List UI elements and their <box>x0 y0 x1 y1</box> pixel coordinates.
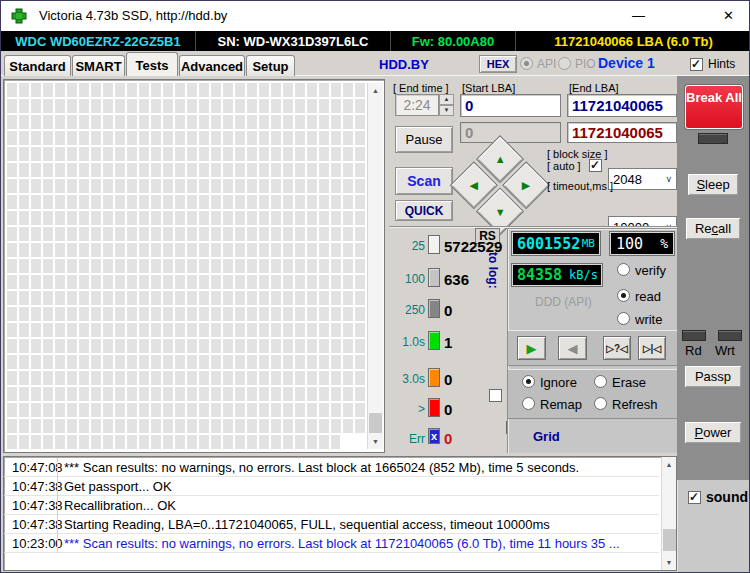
tab-setup[interactable]: Setup <box>246 55 295 76</box>
scroll-down-icon[interactable]: ▼ <box>368 434 383 449</box>
scrollbar-thumb[interactable] <box>663 529 676 551</box>
stat-block-3s <box>428 368 440 387</box>
stat-label-1s: 1.0s <box>395 335 425 349</box>
percent-display: 100 % <box>609 231 675 256</box>
site-link[interactable]: HDD.BY <box>379 57 429 72</box>
log-time: 10:23:00 <box>12 536 63 551</box>
log-message: Get passport... OK <box>64 479 172 494</box>
mb-display: 6001552 MB <box>511 231 601 256</box>
app-icon <box>11 8 27 24</box>
log-row[interactable]: 10:47:38 Starting Reading, LBA=0..117210… <box>4 515 659 534</box>
log-row[interactable]: 10:47:38 Recallibration... OK <box>4 496 659 515</box>
percent-unit: % <box>660 236 668 251</box>
passport-button[interactable]: Passp <box>684 365 742 388</box>
ignore-radio-label: Ignore <box>540 375 577 390</box>
tab-tests[interactable]: Tests <box>126 52 178 76</box>
close-button[interactable]: ✕ <box>706 1 750 31</box>
hints-label: Hints <box>708 57 735 71</box>
pause-button[interactable]: Pause <box>395 126 453 153</box>
power-button-label: Power <box>695 425 732 440</box>
read-led <box>682 330 706 341</box>
scroll-up-icon[interactable]: ▲ <box>368 83 383 98</box>
read-radio-label: read <box>635 289 661 304</box>
to-log-label: to log: <box>486 252 500 289</box>
log-row[interactable]: 10:47:38 Get passport... OK <box>4 477 659 496</box>
stat-label-25: 25 <box>395 239 425 253</box>
tab-advanced[interactable]: Advanced <box>179 55 245 76</box>
speed-unit: kB/s <box>569 268 598 282</box>
back-button[interactable]: ◀ <box>558 336 587 360</box>
busy-led <box>698 133 728 144</box>
quick-button[interactable]: QUICK <box>395 200 453 221</box>
speed-value: 84358 <box>517 266 562 284</box>
hints-checkbox[interactable] <box>690 58 703 71</box>
seek-question-button[interactable]: ▷?◁ <box>603 336 631 360</box>
block-size-value: 2048 <box>613 172 642 187</box>
mb-unit: MB <box>582 237 595 250</box>
end-time-value: 2:24 <box>395 94 439 116</box>
log-row[interactable]: 10:47:08 *** Scan results: no warnings, … <box>4 458 659 477</box>
ddd-label: DDD (API) <box>535 295 592 309</box>
maximize-button <box>661 1 706 31</box>
write-radio[interactable] <box>617 312 630 325</box>
log-row[interactable]: 10:23:00 *** Scan results: no warnings, … <box>4 534 659 553</box>
drive-firmware: Fw: 80.00A80 <box>391 31 516 51</box>
log-message: *** Scan results: no warnings, no errors… <box>64 460 579 475</box>
scan-button[interactable]: Scan <box>395 167 453 195</box>
log-time: 10:47:38 <box>12 479 63 494</box>
pio-radio[interactable] <box>558 57 571 70</box>
spin-up-icon[interactable]: ▲ <box>439 94 454 105</box>
api-radio[interactable] <box>520 57 533 70</box>
ignore-radio[interactable] <box>522 375 535 388</box>
seek-end-button[interactable]: ▷|◁ <box>638 336 666 360</box>
end-lba-input[interactable]: 11721040065 <box>567 94 677 117</box>
spin-down-icon[interactable]: ▼ <box>439 105 454 116</box>
sound-checkbox[interactable] <box>688 491 701 504</box>
scan-map-scrollbar[interactable]: ▲ ▼ <box>367 83 383 449</box>
end-lba-label: [End LBA] <box>569 82 619 94</box>
log-checkbox-250[interactable] <box>489 389 502 402</box>
refresh-radio[interactable] <box>594 397 607 410</box>
write-led <box>718 330 742 341</box>
stat-block-1s <box>428 331 440 350</box>
tab-standard[interactable]: Standard <box>4 55 71 76</box>
stat-label-err: Err <box>395 432 425 446</box>
percent-value: 100 <box>616 235 643 253</box>
stat-value-250: 0 <box>444 302 452 319</box>
start-lba-input[interactable]: 0 <box>460 94 561 117</box>
verify-radio[interactable] <box>617 263 630 276</box>
break-all-button[interactable]: Break All <box>685 85 743 129</box>
play-button[interactable]: ▶ <box>517 336 546 360</box>
end-time-spinner[interactable]: ▲▼ <box>439 94 454 116</box>
device-label[interactable]: Device 1 <box>598 55 655 71</box>
title-bar: Victoria 4.73b SSD, http://hdd.by — ✕ <box>1 1 749 31</box>
block-size-select[interactable]: 2048∨ <box>608 168 677 190</box>
recall-button[interactable]: Recall <box>685 217 741 240</box>
scrollbar-thumb[interactable] <box>369 413 382 433</box>
scroll-up-icon[interactable]: ▲ <box>662 457 676 472</box>
log-scrollbar[interactable]: ▲ ▼ <box>661 457 676 570</box>
scan-map-grid[interactable] <box>7 83 366 449</box>
sound-checkbox-label: sound <box>706 489 748 505</box>
log-message: Starting Reading, LBA=0..11721040065, FU… <box>64 517 550 532</box>
auto-checkbox[interactable] <box>589 159 602 172</box>
scan-map-panel: ▲ ▼ <box>3 79 385 453</box>
drive-info-bar: WDC WD60EZRZ-22GZ5B1 SN: WD-WX31D397L6LC… <box>1 31 749 51</box>
read-radio[interactable] <box>617 289 630 302</box>
stat-label-3s: 3.0s <box>395 372 425 386</box>
scroll-down-icon[interactable]: ▼ <box>662 555 676 570</box>
erase-radio[interactable] <box>594 375 607 388</box>
stat-block-100 <box>428 268 440 287</box>
hex-button[interactable]: HEX <box>479 55 517 73</box>
stat-label-250: 250 <box>395 303 425 317</box>
remap-radio[interactable] <box>522 397 535 410</box>
stat-label-100: 100 <box>395 272 425 286</box>
drive-capacity: 11721040066 LBA (6.0 Tb) <box>516 31 750 51</box>
api-radio-label: API <box>537 57 556 71</box>
power-button[interactable]: Power <box>684 421 742 444</box>
sleep-button[interactable]: Sleep <box>687 173 739 196</box>
tab-smart[interactable]: SMART <box>72 55 125 76</box>
minimize-button[interactable]: — <box>616 1 661 31</box>
log-time: 10:47:08 <box>12 460 63 475</box>
app-window: Victoria 4.73b SSD, http://hdd.by — ✕ WD… <box>0 0 750 573</box>
